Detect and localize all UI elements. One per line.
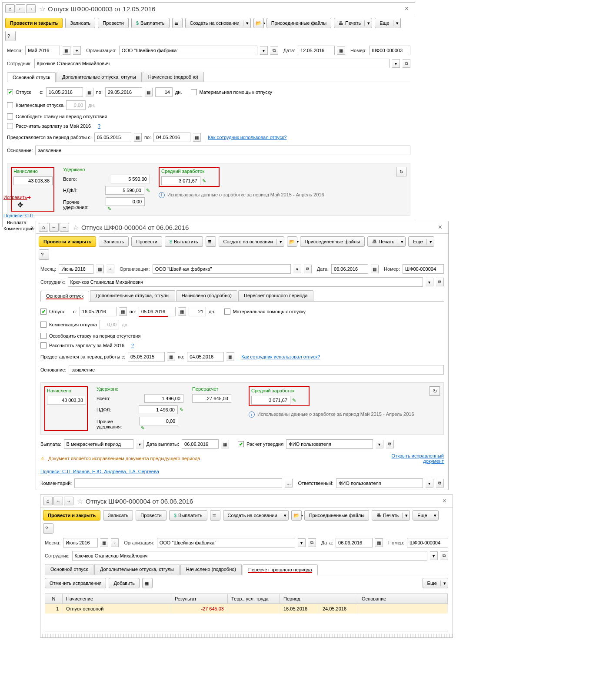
create-based-button[interactable]: Создать на основании▾ (185, 18, 251, 28)
print-button[interactable]: 🖶 Печать▾ (334, 18, 372, 28)
help-link[interactable]: ? (131, 343, 134, 348)
create-based-button[interactable]: Создать на основании▾ (223, 510, 289, 521)
create-based-button[interactable]: Создать на основании▾ (219, 236, 284, 247)
close-button[interactable]: × (435, 223, 446, 231)
basis-field[interactable] (69, 365, 444, 375)
emp-drop-icon[interactable]: ▾ (426, 278, 433, 286)
to-cal-icon[interactable]: ▦ (145, 88, 153, 96)
fwd-button[interactable]: → (26, 4, 36, 13)
paydate-field[interactable] (182, 439, 219, 449)
paydate-cal-icon[interactable]: ▦ (221, 440, 229, 448)
star-icon[interactable]: ☆ (73, 223, 79, 232)
pay-button[interactable]: $Выплатить (165, 236, 203, 247)
post-button[interactable]: Провести (131, 236, 162, 247)
org-drop-icon[interactable]: ▾ (260, 46, 268, 55)
pto-cal-icon[interactable]: ▦ (226, 352, 234, 361)
sign-link[interactable]: Подписи: С.П. (3, 213, 35, 218)
pfrom-field[interactable] (128, 352, 165, 362)
col-result[interactable]: Результат (171, 594, 228, 604)
pto-field[interactable] (187, 352, 224, 362)
post-button[interactable]: Провести (98, 18, 129, 28)
basis-field[interactable] (35, 146, 410, 155)
refresh-button[interactable]: ↻ (396, 167, 406, 176)
to-field[interactable] (139, 307, 176, 316)
tab-accrued[interactable]: Начислено (подробно) (143, 72, 204, 82)
tab-additional[interactable]: Дополнительные отпуска, отгулы (90, 290, 175, 301)
emp-open-icon[interactable]: ⧉ (403, 59, 410, 68)
home-button[interactable]: ⌂ (43, 497, 53, 505)
resp-field[interactable] (336, 478, 423, 488)
columns-icon-button[interactable]: ▦ (142, 578, 153, 588)
add-button[interactable]: Добавить (109, 578, 140, 588)
pencil-icon[interactable]: ✎ (146, 188, 150, 193)
free-rate-checkbox[interactable] (7, 113, 13, 119)
date-picker-icon[interactable]: ▦ (375, 538, 383, 547)
tab-recalc[interactable]: Пересчет прошлого периода (238, 290, 313, 301)
pencil-icon[interactable]: ✎ (107, 206, 111, 211)
from-cal-icon[interactable]: ▦ (86, 88, 93, 96)
star-icon[interactable]: ☆ (77, 497, 83, 505)
month-picker-icon[interactable]: ▦ (63, 46, 70, 55)
write-button[interactable]: Записать (99, 236, 129, 247)
back-button[interactable]: ← (53, 497, 63, 505)
fwd-button[interactable]: → (64, 497, 73, 505)
folder-icon-button[interactable]: 📂▾ (253, 18, 264, 28)
table-row[interactable]: 1 Отпуск основной -27 645,03 16.05.2016 … (45, 604, 448, 614)
pencil-icon[interactable]: ✎ (292, 398, 296, 403)
pto-cal-icon[interactable]: ▦ (193, 133, 201, 142)
more-button[interactable]: Еще▾ (423, 578, 448, 588)
num-field[interactable] (403, 264, 444, 274)
date-picker-icon[interactable]: ▦ (337, 46, 345, 55)
emp-drop-icon[interactable]: ▾ (392, 59, 400, 68)
folder-icon-button[interactable]: 📂▾ (287, 236, 297, 247)
home-button[interactable]: ⌂ (39, 223, 48, 232)
write-button[interactable]: Записать (103, 510, 133, 521)
help-button[interactable]: ? (5, 31, 16, 41)
list-icon-button[interactable]: ≣ (172, 18, 183, 28)
pto-field[interactable] (153, 133, 190, 142)
open-fixed-link[interactable]: Открыть исправленный документ (387, 453, 444, 464)
month-field[interactable] (63, 538, 98, 547)
tab-main[interactable]: Основной отпуск (40, 291, 89, 302)
resp-open-icon[interactable]: ⧉ (436, 479, 444, 488)
col-period[interactable]: Период (280, 594, 358, 604)
org-open-icon[interactable]: ⧉ (270, 46, 278, 55)
month-field[interactable] (59, 264, 93, 274)
mat-aid-checkbox[interactable] (191, 89, 197, 95)
pfrom-cal-icon[interactable]: ▦ (167, 352, 175, 361)
approved-drop-icon[interactable]: ▾ (376, 440, 383, 448)
pencil-icon[interactable]: ✎ (202, 178, 206, 183)
emp-field[interactable] (34, 59, 390, 68)
payout-mode-field[interactable] (64, 439, 133, 449)
num-field[interactable] (407, 538, 448, 547)
tab-main[interactable]: Основной отпуск (45, 564, 93, 575)
org-field[interactable] (119, 46, 257, 55)
how-used-link[interactable]: Как сотрудник использовал отпуск? (241, 354, 320, 359)
tab-recalc[interactable]: Пересчет прошлого периода (243, 564, 318, 575)
tab-additional[interactable]: Дополнительные отпуска, отгулы (94, 564, 180, 575)
comp-checkbox[interactable] (7, 102, 13, 108)
month-spin-icon[interactable]: ÷ (107, 265, 114, 273)
vacation-checkbox[interactable]: ✔ (40, 309, 47, 315)
cancel-fix-button[interactable]: Отменить исправления (45, 578, 106, 588)
vacation-checkbox[interactable]: ✔ (7, 89, 13, 95)
more-button[interactable]: Еще▾ (408, 236, 434, 247)
calc-sal-checkbox[interactable] (7, 123, 13, 129)
help-button[interactable]: ? (39, 249, 49, 260)
fix-link[interactable]: Исправить (3, 195, 27, 200)
from-cal-icon[interactable]: ▦ (119, 307, 127, 316)
col-basis[interactable]: Основание (358, 594, 448, 604)
help-button[interactable]: ? (43, 523, 53, 534)
emp-field[interactable] (68, 277, 423, 287)
comp-days-field[interactable] (100, 320, 119, 329)
tab-accrued[interactable]: Начислено (подробно) (180, 564, 242, 575)
month-spin-icon[interactable]: ÷ (73, 46, 81, 55)
list-icon-button[interactable]: ≣ (206, 236, 216, 247)
org-field[interactable] (153, 264, 291, 274)
attached-files-button[interactable]: Присоединенные файлы (266, 18, 331, 28)
print-button[interactable]: 🖶 Печать▾ (372, 510, 410, 521)
sign-link[interactable]: Подписи: С.П. Иванов, Е.Ю. Андреева, Т.А… (40, 469, 159, 474)
pfrom-cal-icon[interactable]: ▦ (134, 133, 142, 142)
month-field[interactable] (25, 46, 60, 55)
emp-field[interactable] (72, 551, 428, 561)
